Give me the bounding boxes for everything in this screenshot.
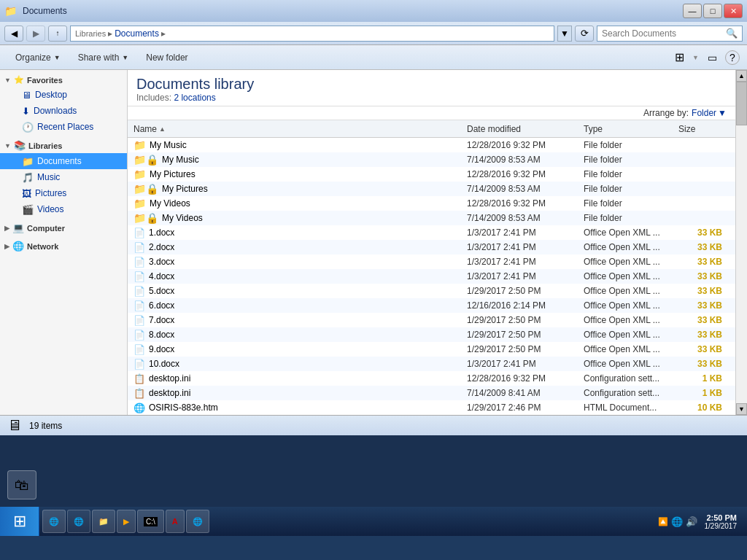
- up-button[interactable]: ↑: [48, 26, 67, 42]
- organize-label: Organize: [15, 52, 51, 63]
- taskbar-item-terminal[interactable]: C:\: [137, 510, 164, 533]
- title-bar-controls: — □ ✕: [683, 4, 743, 18]
- sidebar-item-pictures[interactable]: 🖼 Pictures: [0, 185, 127, 201]
- taskbar-item-media[interactable]: ▶: [117, 510, 136, 533]
- taskbar-item-files[interactable]: 📁: [92, 510, 115, 533]
- sidebar-item-videos[interactable]: 🎬 Videos: [0, 201, 127, 217]
- locations-link[interactable]: 2 locations: [174, 93, 215, 103]
- clock[interactable]: 2:50 PM 1/29/2017: [700, 513, 742, 530]
- file-date-cell: 1/29/2017 2:46 PM: [467, 402, 584, 413]
- table-row[interactable]: 📄 1.docx 1/3/2017 2:41 PM Office Open XM…: [128, 225, 735, 240]
- table-row[interactable]: 📄 10.docx 1/3/2017 2:41 PM Office Open X…: [128, 357, 735, 371]
- sidebar-header-computer[interactable]: ▶ 💻 Computer: [0, 220, 127, 236]
- table-row[interactable]: 📋 desktop.ini 12/28/2016 9:32 PM Configu…: [128, 371, 735, 386]
- new-folder-button[interactable]: New folder: [138, 48, 196, 67]
- scrollbar[interactable]: ▲ ▼: [735, 70, 747, 415]
- file-name-text: OSIRIS-883e.htm: [149, 402, 218, 413]
- file-name-cell: 📁 My Pictures: [133, 168, 467, 180]
- minimize-button[interactable]: —: [683, 4, 702, 18]
- tray-volume-icon[interactable]: 🔊: [686, 516, 697, 527]
- file-type-cell: Office Open XML ...: [584, 257, 678, 267]
- col-header-name[interactable]: Name ▲: [133, 124, 467, 134]
- table-row[interactable]: 📄 8.docx 1/29/2017 2:50 PM Office Open X…: [128, 327, 735, 342]
- tray-network-icon[interactable]: 🌐: [671, 516, 683, 527]
- table-row[interactable]: 📄 6.docx 12/16/2016 2:14 PM Office Open …: [128, 298, 735, 313]
- desktop-shopping-icon[interactable]: 🛍: [7, 470, 36, 499]
- sidebar-header-favorites[interactable]: ▼ ⭐ Favorites: [0, 73, 127, 87]
- help-button[interactable]: ?: [725, 50, 740, 65]
- close-button[interactable]: ✕: [724, 4, 743, 18]
- sidebar-item-videos-label: Videos: [37, 204, 63, 214]
- organize-button[interactable]: Organize ▼: [7, 48, 69, 67]
- file-name-text: My Pictures: [150, 169, 196, 179]
- view-button[interactable]: ⊞: [669, 50, 689, 66]
- table-row[interactable]: 📁🔒 My Pictures 7/14/2009 8:53 AM File fo…: [128, 182, 735, 196]
- file-name-text: 3.docx: [149, 257, 174, 267]
- taskbar-item-explorer[interactable]: 🌐: [42, 510, 66, 533]
- table-row[interactable]: 📄 2.docx 1/3/2017 2:41 PM Office Open XM…: [128, 240, 735, 254]
- maximize-button[interactable]: □: [703, 4, 722, 18]
- file-name-text: 5.docx: [149, 286, 174, 296]
- file-name-cell: 📁 My Music: [133, 139, 467, 151]
- search-input[interactable]: [602, 28, 723, 39]
- scroll-thumb[interactable]: [736, 82, 747, 125]
- sidebar-item-desktop[interactable]: 🖥 Desktop: [0, 87, 127, 103]
- refresh-button[interactable]: ⟳: [575, 26, 594, 42]
- table-row[interactable]: 📄 7.docx 1/29/2017 2:50 PM Office Open X…: [128, 313, 735, 327]
- sidebar-item-documents[interactable]: 📁 Documents: [0, 153, 127, 169]
- taskbar-item-ie[interactable]: 🌐: [67, 510, 90, 533]
- library-title: Documents library: [136, 76, 727, 93]
- arrange-folder-link[interactable]: Folder ▼: [692, 108, 727, 118]
- computer-icon: 💻: [12, 222, 24, 233]
- col-header-size[interactable]: Size: [678, 124, 729, 134]
- new-folder-label: New folder: [146, 52, 187, 63]
- table-row[interactable]: 📁 My Music 12/28/2016 9:32 PM File folde…: [128, 138, 735, 152]
- forward-button[interactable]: ▶: [26, 26, 45, 42]
- ini-icon: 📋: [133, 388, 145, 399]
- file-type-cell: File folder: [584, 198, 678, 209]
- search-box[interactable]: 🔍: [597, 26, 743, 42]
- table-row[interactable]: 📄 3.docx 1/3/2017 2:41 PM Office Open XM…: [128, 254, 735, 269]
- back-button[interactable]: ◀: [4, 26, 23, 42]
- table-row[interactable]: 📁 My Videos 12/28/2016 9:32 PM File fold…: [128, 196, 735, 211]
- table-row[interactable]: 📄 9.docx 1/29/2017 2:50 PM Office Open X…: [128, 342, 735, 357]
- music-icon: 🎵: [22, 172, 34, 183]
- taskbar-item-access[interactable]: A: [166, 510, 185, 533]
- taskbar-item-ie2[interactable]: 🌐: [186, 510, 209, 533]
- doc-icon: 📄: [133, 286, 145, 297]
- table-row[interactable]: 📁🔒 My Videos 7/14/2009 8:53 AM File fold…: [128, 211, 735, 225]
- address-input[interactable]: Libraries ▸ Documents ▸: [70, 26, 554, 42]
- scroll-down-button[interactable]: ▼: [736, 403, 747, 415]
- col-header-type[interactable]: Type: [584, 124, 678, 134]
- sidebar-item-downloads[interactable]: ⬇ Downloads: [0, 103, 127, 119]
- table-row[interactable]: 📁🔒 My Music 7/14/2009 8:53 AM File folde…: [128, 152, 735, 167]
- table-row[interactable]: 📁 My Pictures 12/28/2016 9:32 PM File fo…: [128, 167, 735, 182]
- table-row[interactable]: 🌐 OSIRIS-883e.htm 1/29/2017 2:46 PM HTML…: [128, 400, 735, 415]
- tray-arrow-icon[interactable]: 🔼: [658, 517, 668, 526]
- library-subtitle: Includes: 2 locations: [136, 93, 727, 103]
- file-date-cell: 1/3/2017 2:41 PM: [467, 271, 584, 281]
- doc-icon: 📄: [133, 228, 145, 238]
- htm-icon: 🌐: [133, 402, 145, 413]
- preview-pane-button[interactable]: ▭: [702, 50, 722, 66]
- sidebar-header-network[interactable]: ▶ 🌐 Network: [0, 238, 127, 254]
- col-header-date[interactable]: Date modified: [467, 124, 584, 134]
- file-type-cell: HTML Document...: [584, 402, 678, 413]
- address-dropdown[interactable]: ▼: [557, 26, 572, 42]
- file-size-cell: 33 KB: [678, 315, 729, 325]
- folder-lock-icon: 📁🔒: [133, 212, 158, 224]
- start-button[interactable]: ⊞: [0, 507, 39, 536]
- table-row[interactable]: 📄 4.docx 1/3/2017 2:41 PM Office Open XM…: [128, 269, 735, 284]
- sidebar-item-recent-places[interactable]: 🕐 Recent Places: [0, 119, 127, 135]
- sidebar-header-libraries[interactable]: ▼ 📚 Libraries: [0, 138, 127, 153]
- file-date-cell: 12/28/2016 9:32 PM: [467, 169, 584, 179]
- file-type-cell: Configuration sett...: [584, 373, 678, 384]
- terminal-icon: C:\: [144, 517, 158, 526]
- table-row[interactable]: 📋 desktop.ini 7/14/2009 8:41 AM Configur…: [128, 386, 735, 400]
- star-icon: ⭐: [14, 75, 24, 85]
- libraries-label: Libraries: [28, 141, 62, 150]
- table-row[interactable]: 📄 5.docx 1/29/2017 2:50 PM Office Open X…: [128, 284, 735, 298]
- scroll-up-button[interactable]: ▲: [736, 70, 747, 82]
- share-with-button[interactable]: Share with ▼: [70, 48, 137, 67]
- sidebar-item-music[interactable]: 🎵 Music: [0, 169, 127, 185]
